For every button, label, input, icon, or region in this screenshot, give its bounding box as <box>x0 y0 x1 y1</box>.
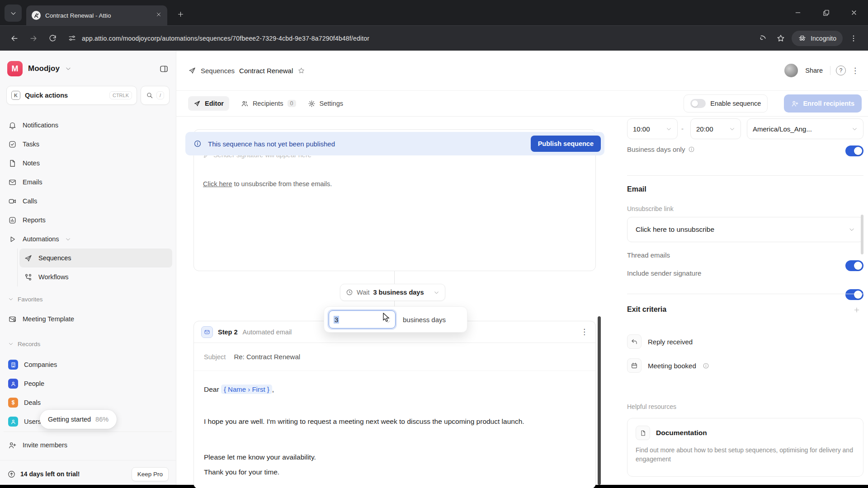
companies-icon <box>8 360 18 370</box>
sidebar: M Moodjoy K Quick actions CTRLK / Notifi… <box>0 51 176 485</box>
privacy-eye-icon[interactable] <box>754 30 770 47</box>
end-time-select[interactable]: 20:00 <box>690 118 741 139</box>
helpful-resources-label: Helpful resources <box>627 403 676 410</box>
workflow-icon <box>24 273 33 282</box>
favorites-label: Favorites <box>18 296 43 303</box>
page-menu-icon[interactable]: ⋮ <box>851 66 859 75</box>
chevron-down-icon <box>8 296 14 302</box>
sidebar-item-automations[interactable]: Automations <box>4 230 172 249</box>
url-text[interactable]: app.attio.com/moodjoycorp/automations/se… <box>82 35 369 42</box>
quick-actions-button[interactable]: K Quick actions CTRLK <box>6 86 137 105</box>
people-icon <box>241 100 249 108</box>
bookmark-star-icon[interactable] <box>773 30 789 47</box>
sidebar-item-label: Notifications <box>23 122 58 129</box>
share-button[interactable]: Share <box>805 67 823 74</box>
sidebar-item-companies[interactable]: Companies <box>4 355 172 374</box>
unsubscribe-link-value: Click here to unsubscribe <box>636 225 714 234</box>
tab-settings[interactable]: Settings <box>308 100 343 108</box>
email-body[interactable]: Dear { Name › First }, I hope you are we… <box>194 371 595 488</box>
sidebar-item-workflows[interactable]: Workflows <box>19 267 172 286</box>
command-k-icon: K <box>11 91 20 100</box>
subject-value[interactable]: Re: Contract Renewal <box>234 353 300 361</box>
gear-icon <box>308 100 316 108</box>
browser-menu-icon[interactable] <box>845 30 862 47</box>
breadcrumb-root[interactable]: Sequences <box>201 67 235 75</box>
close-window-button[interactable] <box>840 0 868 25</box>
sidebar-item-emails[interactable]: Emails <box>4 173 172 192</box>
tab-recipients[interactable]: Recipients 0 <box>241 100 296 108</box>
favorites-section-header[interactable]: Favorites <box>4 291 172 307</box>
sidebar-item-calls[interactable]: Calls <box>4 192 172 211</box>
sidebar-item-label: People <box>24 380 44 387</box>
timezone-select[interactable]: America/Los_Ang... <box>747 118 863 139</box>
forward-button[interactable] <box>25 30 42 47</box>
workspace-logo: M <box>7 61 23 76</box>
favorite-star-icon[interactable] <box>297 67 305 75</box>
body-paragraph: Thank you for your time. <box>204 465 585 479</box>
wait-unit-label: business days <box>403 316 446 324</box>
new-tab-button[interactable] <box>174 7 187 21</box>
wait-step-pill[interactable]: Wait 3 business days <box>340 284 445 301</box>
enroll-recipients-button[interactable]: Enroll recipients <box>784 94 862 113</box>
collapse-sidebar-icon[interactable] <box>159 64 169 74</box>
trial-text: 14 days left on trial! <box>20 470 127 478</box>
documentation-card[interactable]: Documentation Find out more about how to… <box>627 418 863 477</box>
search-button[interactable]: / <box>141 86 170 105</box>
enable-sequence-control[interactable]: Enable sequence <box>684 94 768 113</box>
unsubscribe-link[interactable]: Click here <box>203 180 232 188</box>
sidebar-item-label: Automations <box>23 235 59 243</box>
tab-search-button[interactable] <box>5 5 22 22</box>
enable-sequence-label: Enable sequence <box>710 100 761 107</box>
sidebar-item-notes[interactable]: Notes <box>4 154 172 173</box>
enable-sequence-toggle[interactable] <box>690 99 706 108</box>
tab-editor[interactable]: Editor <box>188 96 229 111</box>
thread-emails-toggle[interactable] <box>845 260 863 271</box>
sidebar-item-people[interactable]: People <box>4 374 172 393</box>
add-exit-criteria-icon[interactable] <box>853 306 860 314</box>
documentation-title: Documentation <box>656 429 707 437</box>
sidebar-item-reports[interactable]: Reports <box>4 211 172 230</box>
sidebar-item-label: Companies <box>24 361 57 368</box>
sidebar-item-tasks[interactable]: Tasks <box>4 135 172 154</box>
sidebar-item-deals[interactable]: $ Deals <box>4 393 172 412</box>
sidebar-item-meeting-template[interactable]: Meeting Template <box>4 310 172 328</box>
start-time-select[interactable]: 10:00 <box>627 118 678 139</box>
address-bar[interactable]: app.attio.com/moodjoycorp/automations/se… <box>63 34 751 42</box>
restore-button[interactable] <box>812 0 840 25</box>
name-token[interactable]: { Name › First } <box>221 385 272 394</box>
panel-scrollbar[interactable] <box>861 215 863 254</box>
records-section-header[interactable]: Records <box>4 336 172 352</box>
quick-actions-label: Quick actions <box>25 92 105 99</box>
send-icon <box>188 66 196 75</box>
unsubscribe-link-select[interactable]: Click here to unsubscribe <box>627 217 863 242</box>
browser-tab[interactable]: Contract Renewal - Attio <box>26 5 167 25</box>
publish-sequence-button[interactable]: Publish sequence <box>531 136 601 152</box>
minimize-button[interactable] <box>784 0 812 25</box>
step2-menu-icon[interactable]: ⋮ <box>580 327 588 337</box>
person-plus-icon <box>8 441 17 450</box>
attio-favicon-icon <box>32 11 41 20</box>
site-info-icon[interactable] <box>68 34 76 42</box>
main-scrollbar[interactable] <box>598 316 601 485</box>
reload-button[interactable] <box>44 30 61 47</box>
back-button[interactable] <box>6 30 23 47</box>
workspace-switcher[interactable]: M Moodjoy <box>7 60 169 78</box>
sequence-settings-panel: 10:00 - 20:00 America/Los_Ang... Busines… <box>627 117 863 488</box>
sidebar-item-notifications[interactable]: Notifications <box>4 116 172 135</box>
include-signature-toggle[interactable] <box>845 289 863 300</box>
sidebar-item-sequences[interactable]: Sequences <box>19 249 172 267</box>
wait-duration-popover: 3 business days <box>324 306 467 333</box>
body-paragraph: I hope you are well. I'm writing to requ… <box>204 414 570 429</box>
help-icon[interactable]: ? <box>836 66 846 75</box>
tab-close-icon[interactable] <box>156 11 162 19</box>
invite-members-button[interactable]: Invite members <box>4 436 172 455</box>
tasks-icon <box>8 140 17 149</box>
getting-started-pill[interactable]: Getting started 86% <box>40 410 117 429</box>
reply-icon <box>627 334 642 349</box>
page-title[interactable]: Contract Renewal <box>239 67 293 75</box>
user-avatar[interactable] <box>784 64 798 77</box>
keep-pro-button[interactable]: Keep Pro <box>132 467 169 481</box>
people-icon <box>8 379 18 389</box>
subject-row[interactable]: Subject Re: Contract Renewal <box>194 343 595 371</box>
business-days-toggle[interactable] <box>845 145 863 156</box>
